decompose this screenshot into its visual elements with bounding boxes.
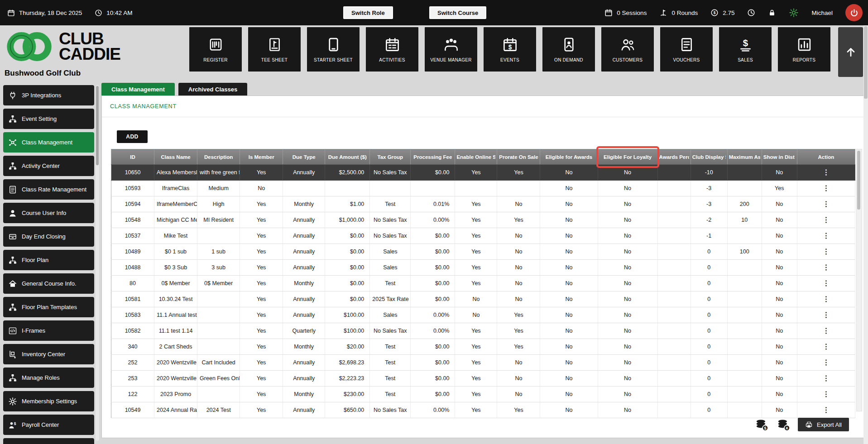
add-button[interactable]: ADD — [117, 130, 148, 143]
row-actions-kebab-icon[interactable]: ⋮ — [822, 168, 830, 176]
row-actions-kebab-icon[interactable]: ⋮ — [822, 374, 830, 382]
row-actions-kebab-icon[interactable]: ⋮ — [822, 216, 830, 224]
row-actions-kebab-icon[interactable]: ⋮ — [822, 232, 830, 239]
nav-button-register[interactable]: REGISTER — [189, 27, 242, 72]
row-actions-kebab-icon[interactable]: ⋮ — [822, 358, 830, 366]
column-header-prorate-on-sale[interactable]: Prorate On Sale — [497, 149, 540, 165]
rounds-counter[interactable]: 0 Rounds — [659, 9, 698, 17]
column-header-description[interactable]: Description — [197, 149, 240, 165]
sidebar-scrollbar[interactable] — [96, 85, 99, 441]
table-row-252[interactable]: 2522020 Wentzville wCart IncludedYesAnnu… — [111, 355, 855, 371]
table-scrollbar[interactable] — [856, 149, 862, 411]
row-actions-kebab-icon[interactable]: ⋮ — [822, 200, 830, 208]
page-scrollbar-thumb[interactable] — [864, 26, 868, 99]
sidebar-item-class-management[interactable]: Class Management — [3, 132, 94, 153]
export-coins-cent-button[interactable]: ¢ — [776, 418, 791, 431]
row-actions-kebab-icon[interactable]: ⋮ — [822, 295, 830, 303]
column-header-due-type[interactable]: Due Type — [283, 149, 325, 165]
table-row-10593[interactable]: 10593IframeClasMediumNoNoNo-3Yes⋮ — [111, 181, 855, 196]
nav-button-venue-manager[interactable]: VENUE MANAGER — [425, 27, 477, 72]
sidebar-item-activity-center[interactable]: Activity Center — [3, 156, 94, 176]
row-actions-kebab-icon[interactable]: ⋮ — [822, 248, 830, 255]
table-row-253[interactable]: 2532020 Wentzville wGreen Fees OnlyYesAn… — [111, 371, 855, 387]
sidebar-item-3p-integrations[interactable]: 3P Integrations — [3, 85, 94, 105]
nav-button-sales[interactable]: $SALES — [719, 27, 772, 72]
user-name[interactable]: Michael — [811, 10, 833, 16]
sidebar-item-course-user-info[interactable]: Course User Info — [3, 203, 94, 223]
table-row-340[interactable]: 3402 Cart ShedsYesMonthly$20.00Test$0.00… — [111, 339, 855, 355]
balance-indicator[interactable]: $ 2.75 — [710, 9, 734, 17]
sessions-counter[interactable]: 0 Sessions — [604, 9, 647, 17]
column-header-id[interactable]: ID — [111, 149, 154, 165]
table-row-10537[interactable]: 10537Mike TestYesAnnually$0.00No Sales T… — [111, 228, 855, 244]
column-header-due-amount[interactable]: Due Amount ($) — [325, 149, 370, 165]
table-row-10488[interactable]: 10488$0 3 Sub3 subYesAnnually$0.00Sales$… — [111, 260, 855, 276]
sidebar-item-i-frames[interactable]: I-Frames — [3, 320, 94, 341]
row-actions-kebab-icon[interactable]: ⋮ — [822, 343, 830, 350]
table-row-10489[interactable]: 10489$0 1 sub1 subYesAnnually$0.00Sales$… — [111, 244, 855, 260]
column-header-processing-fee[interactable]: Processing Fee — [411, 149, 455, 165]
settings-gear-icon[interactable] — [789, 8, 799, 18]
row-actions-kebab-icon[interactable]: ⋮ — [822, 327, 830, 334]
nav-button-events[interactable]: $EVENTS — [484, 27, 536, 72]
column-header-label: Eligible for Awards — [542, 154, 596, 160]
column-header-action[interactable]: Action — [797, 149, 855, 165]
row-actions-kebab-icon[interactable]: ⋮ — [822, 311, 830, 319]
nav-button-customers[interactable]: CUSTOMERS — [601, 27, 654, 72]
table-row-10594[interactable]: 10594IframeMemberClaHighYesMonthly$1.00T… — [111, 196, 855, 212]
nav-button-activities[interactable]: ACTIVITIES — [366, 27, 418, 72]
export-all-button[interactable]: Export All — [798, 418, 849, 431]
sidebar-item-floor-plan[interactable]: Floor Plan — [3, 250, 94, 270]
nav-button-starter-sheet[interactable]: STARTER SHEET — [307, 27, 360, 72]
export-coins-dollar-button[interactable]: $ — [754, 418, 769, 431]
page-scrollbar[interactable] — [863, 25, 868, 444]
column-header-maximum-assi[interactable]: Maximum Assi — [727, 149, 762, 165]
sidebar-scrollbar-thumb[interactable] — [96, 86, 99, 165]
row-actions-kebab-icon[interactable]: ⋮ — [822, 263, 830, 271]
switch-role-button[interactable]: Switch Role — [343, 6, 393, 19]
lock-icon[interactable] — [768, 9, 776, 17]
table-scrollbar-thumb[interactable] — [857, 151, 860, 210]
sidebar-item-day-end-closing[interactable]: Day End Closing — [3, 226, 94, 247]
column-header-show-in-dist-e[interactable]: Show in Dist E — [762, 149, 797, 165]
column-header-tax-group[interactable]: Tax Group — [370, 149, 411, 165]
time-clock-icon[interactable] — [747, 9, 755, 17]
nav-button-on-demand[interactable]: ON DEMAND — [542, 27, 595, 72]
column-header-enable-online-sale[interactable]: Enable Online Sale — [455, 149, 497, 165]
row-actions-kebab-icon[interactable]: ⋮ — [822, 184, 830, 192]
table-row-10582[interactable]: 1058211.1 test 1.14YesQuarterly$100.00No… — [111, 323, 855, 339]
sidebar-item-membership-settings[interactable]: Membership Settings — [3, 391, 94, 411]
sidebar-item-partial[interactable] — [3, 438, 94, 444]
table-row-80[interactable]: 800$ Member0$ MemberYesMonthly$0.00Test$… — [111, 276, 855, 291]
column-header-is-member[interactable]: Is Member — [240, 149, 283, 165]
table-row-10548[interactable]: 10548Michigan CC MemMI ResidentYesAnnual… — [111, 212, 855, 228]
sidebar-item-inventory-center[interactable]: Inventory Center — [3, 344, 94, 364]
column-header-club-display-s[interactable]: Club Display S — [691, 149, 727, 165]
logout-power-button[interactable] — [845, 4, 863, 21]
sidebar-item-payroll-center[interactable]: $Payroll Center — [3, 415, 94, 435]
nav-button-tee-sheet[interactable]: TEE SHEET — [248, 27, 301, 72]
row-actions-kebab-icon[interactable]: ⋮ — [822, 406, 830, 414]
table-row-10650[interactable]: 10650Alexa Membershiwith free green fYes… — [111, 165, 855, 181]
nav-button-reports[interactable]: REPORTS — [778, 27, 830, 72]
table-row-10581[interactable]: 1058110.30.24 TestYesAnnually$0.002025 T… — [111, 291, 855, 307]
column-header-awards-percen[interactable]: Awards Percen — [657, 149, 691, 165]
table-row-122[interactable]: 1222023 PromoYesMonthly$230.00Test$0.00Y… — [111, 387, 855, 402]
sidebar-item-manage-roles[interactable]: Manage Roles — [3, 368, 94, 388]
table-row-10583[interactable]: 1058311.1 Annual testYesAnnually$100.00S… — [111, 307, 855, 323]
row-actions-kebab-icon[interactable]: ⋮ — [822, 279, 830, 287]
nav-button-vouchers[interactable]: VOUCHERS — [660, 27, 713, 72]
tab-class-management[interactable]: Class Management — [101, 83, 175, 95]
column-header-class-name[interactable]: Class Name — [154, 149, 197, 165]
sidebar-item-event-setting[interactable]: Event Setting — [3, 109, 94, 129]
scroll-top-button[interactable] — [838, 27, 863, 77]
column-header-eligible-for-loyalty[interactable]: Eligible For Loyalty — [598, 149, 657, 165]
sidebar-item-floor-plan-templates[interactable]: Floor Plan Templates — [3, 297, 94, 317]
tab-archived-classes[interactable]: Archived Classes — [178, 83, 247, 95]
switch-course-button[interactable]: Switch Course — [429, 6, 486, 19]
column-header-eligible-for-awards[interactable]: Eligible for Awards — [540, 149, 598, 165]
sidebar-item-class-rate-management[interactable]: Class Rate Management — [3, 179, 94, 200]
sidebar-item-general-course-info[interactable]: General Course Info. — [3, 273, 94, 294]
table-row-10549[interactable]: 105492024 Annual Ranc2024 TestYesAnnuall… — [111, 402, 855, 418]
row-actions-kebab-icon[interactable]: ⋮ — [822, 390, 830, 398]
